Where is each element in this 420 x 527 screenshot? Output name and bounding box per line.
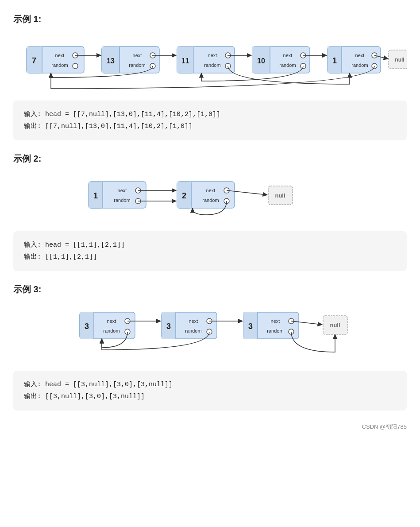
svg-text:1: 1 (332, 56, 337, 65)
svg-text:null: null (395, 57, 404, 63)
svg-point-8 (73, 63, 78, 69)
section-1-code: 输入: head = [[7,null],[13,0],[11,4],[10,2… (13, 101, 407, 140)
section-2-output: 输出: [[1,1],[2,1]] (24, 251, 396, 263)
diagram-2-svg: 1 next random 2 next random n (84, 173, 350, 221)
svg-text:random: random (202, 198, 219, 203)
svg-text:next: next (206, 188, 216, 193)
svg-text:7: 7 (32, 56, 36, 65)
diagram-2: 1 next random 2 next random n (13, 173, 407, 223)
svg-text:next: next (118, 188, 127, 193)
svg-text:random: random (279, 62, 296, 68)
section-3-input: 输入: head = [[3,null],[3,0],[3,null]] (24, 379, 396, 391)
svg-text:next: next (208, 53, 217, 58)
svg-text:next: next (133, 53, 142, 58)
svg-text:3: 3 (85, 322, 89, 331)
diagram-3-svg: 3 next random 3 next random (75, 303, 363, 361)
section-3-output: 输出: [[3,null],[3,0],[3,null]] (24, 391, 396, 403)
svg-text:next: next (271, 318, 280, 324)
svg-text:3: 3 (248, 322, 253, 331)
svg-text:random: random (114, 198, 130, 203)
diagram-1: 7 next random 13 next random (13, 33, 407, 93)
svg-text:random: random (51, 62, 68, 68)
svg-text:next: next (355, 53, 365, 58)
svg-text:random: random (204, 62, 220, 68)
footer: CSDN @初阳785 (13, 423, 407, 431)
svg-text:random: random (351, 62, 368, 68)
section-3-title: 示例 3: (13, 283, 407, 295)
section-2-title: 示例 2: (13, 153, 407, 165)
svg-text:next: next (283, 53, 293, 58)
section-1-title: 示例 1: (13, 13, 407, 25)
svg-text:random: random (129, 62, 145, 68)
svg-text:2: 2 (182, 191, 186, 200)
svg-text:random: random (103, 328, 119, 333)
svg-text:11: 11 (181, 57, 189, 65)
svg-text:random: random (185, 328, 201, 333)
section-3-code: 输入: head = [[3,null],[3,0],[3,null]] 输出:… (13, 371, 407, 411)
diagram-1-svg: 7 next random 13 next random (13, 33, 407, 91)
diagram-3: 3 next random 3 next random (13, 303, 407, 363)
svg-text:1: 1 (93, 191, 98, 200)
svg-text:next: next (189, 318, 198, 324)
section-2-code: 输入: head = [[1,1],[2,1]] 输出: [[1,1],[2,1… (13, 231, 407, 271)
section-2-input: 输入: head = [[1,1],[2,1]] (24, 239, 396, 251)
section-1-input: 输入: head = [[7,null],[13,0],[11,4],[10,2… (24, 108, 396, 120)
section-1-output: 输出: [[7,null],[13,0],[11,4],[10,2],[1,0]… (24, 120, 396, 132)
svg-text:next: next (107, 318, 116, 324)
section-3: 示例 3: 3 next random 3 next (13, 283, 407, 411)
svg-text:random: random (267, 328, 283, 333)
svg-text:null: null (330, 322, 340, 329)
section-2: 示例 2: 1 next random 2 next (13, 153, 407, 271)
svg-text:10: 10 (257, 57, 265, 65)
svg-text:13: 13 (107, 57, 115, 65)
svg-text:null: null (275, 192, 285, 199)
section-1: 示例 1: 7 next random 13 (13, 13, 407, 140)
svg-text:next: next (55, 53, 65, 58)
svg-text:3: 3 (166, 322, 171, 331)
